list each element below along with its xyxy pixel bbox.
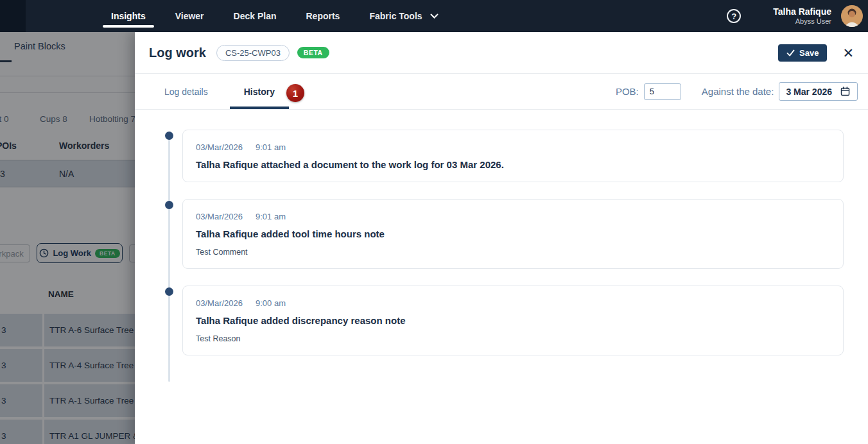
nav-item-label: Insights — [111, 11, 146, 21]
cwp-chip: CS-25-CWP03 — [216, 45, 290, 61]
date-value: 3 Mar 2026 — [786, 87, 832, 97]
history-card: 03/Mar/2026 9:00 am Talha Rafique added … — [182, 286, 844, 355]
nav-item-label: Viewer — [175, 11, 204, 21]
history-card: 03/Mar/2026 9:01 am Talha Rafique added … — [182, 199, 844, 269]
nav-item-fabric-tools[interactable]: Fabric Tools — [354, 0, 453, 32]
tab-log-details[interactable]: Log details — [150, 74, 222, 109]
timeline-dot — [165, 132, 173, 140]
chevron-down-icon — [430, 13, 438, 19]
nav-item-reports[interactable]: Reports — [291, 0, 355, 32]
user-name: Talha Rafique — [773, 6, 831, 17]
nav-logo-block — [0, 0, 26, 32]
history-note: Test Comment — [196, 248, 830, 257]
annotation-step-badge: 1 — [286, 84, 304, 102]
nav-item-insights[interactable]: Insights — [96, 0, 161, 32]
history-title: Talha Rafique added discrepancy reason n… — [196, 315, 830, 326]
user-block[interactable]: Talha Rafique Abyss User — [773, 6, 831, 26]
help-icon[interactable]: ? — [727, 9, 741, 23]
pob-input[interactable]: 5 — [644, 83, 681, 100]
history-timeline: 03/Mar/2026 9:01 am Talha Rafique attach… — [135, 110, 868, 355]
log-controls: POB: 5 Against the date: 3 Mar 2026 — [616, 82, 858, 101]
close-icon[interactable]: ✕ — [842, 46, 854, 60]
calendar-icon[interactable] — [840, 86, 851, 97]
timeline-line — [168, 133, 170, 382]
top-nav-bar: Insights Viewer Deck Plan Reports Fabric… — [0, 0, 868, 32]
tab-label: Log details — [164, 87, 208, 97]
history-datetime: 03/Mar/2026 9:00 am — [196, 298, 830, 308]
history-time: 9:00 am — [256, 298, 286, 308]
background-page: Paint Blocks at 0 Cups 8 Hotbolting 72 P… — [0, 32, 135, 444]
history-date: 03/Mar/2026 — [196, 212, 243, 221]
nav-item-deck-plan[interactable]: Deck Plan — [219, 0, 291, 32]
active-nav-indicator — [103, 25, 154, 28]
user-role: Abyss User — [773, 17, 831, 26]
nav-item-viewer[interactable]: Viewer — [161, 0, 219, 32]
history-date: 03/Mar/2026 — [196, 142, 243, 152]
save-button[interactable]: Save — [778, 44, 827, 62]
tab-history[interactable]: History 1 — [230, 74, 289, 109]
tab-label: History — [244, 87, 275, 97]
log-work-modal: Log work CS-25-CWP03 BETA Save ✕ Log det… — [135, 32, 868, 444]
active-tab-indicator — [230, 107, 289, 109]
nav-item-label: Reports — [306, 11, 340, 21]
date-input[interactable]: 3 Mar 2026 — [779, 82, 858, 101]
history-entry: 03/Mar/2026 9:01 am Talha Rafique added … — [182, 199, 844, 269]
modal-tab-bar: Log details History 1 POB: 5 Against the… — [135, 74, 868, 110]
history-time: 9:01 am — [256, 142, 286, 152]
user-avatar[interactable] — [841, 5, 863, 27]
history-card: 03/Mar/2026 9:01 am Talha Rafique attach… — [182, 130, 844, 182]
nav-right-cluster: ? Talha Rafique Abyss User — [727, 5, 863, 27]
history-title: Talha Rafique attached a document to the… — [196, 159, 830, 170]
history-title: Talha Rafique added tool time hours note — [196, 228, 830, 239]
nav-item-label: Fabric Tools — [369, 11, 422, 21]
history-date: 03/Mar/2026 — [196, 298, 243, 308]
save-label: Save — [799, 48, 819, 58]
nav-menu: Insights Viewer Deck Plan Reports Fabric… — [96, 0, 453, 32]
modal-title: Log work — [149, 46, 206, 60]
history-entry: 03/Mar/2026 9:01 am Talha Rafique attach… — [182, 130, 844, 182]
history-note: Test Reason — [196, 334, 830, 343]
against-date-label: Against the date: — [702, 86, 774, 97]
modal-scrim[interactable] — [0, 32, 135, 444]
modal-header: Log work CS-25-CWP03 BETA Save ✕ — [135, 32, 868, 74]
nav-item-label: Deck Plan — [234, 11, 277, 21]
history-entry: 03/Mar/2026 9:00 am Talha Rafique added … — [182, 286, 844, 355]
pob-label: POB: — [616, 86, 639, 97]
history-datetime: 03/Mar/2026 9:01 am — [196, 212, 830, 221]
timeline-dot — [165, 201, 173, 209]
beta-badge: BETA — [297, 47, 329, 58]
check-icon — [786, 49, 795, 56]
history-time: 9:01 am — [256, 212, 286, 221]
timeline-dot — [165, 287, 173, 296]
history-datetime: 03/Mar/2026 9:01 am — [196, 142, 830, 152]
